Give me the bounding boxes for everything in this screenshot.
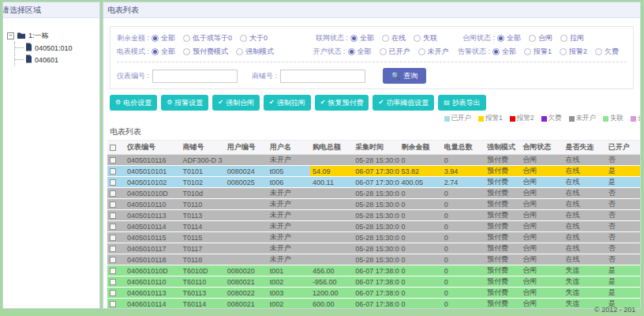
radio-option[interactable]: 全部	[152, 47, 175, 57]
column-header: 仪表编号	[125, 141, 180, 155]
cell: 合闸	[520, 243, 563, 254]
cell: 0	[399, 199, 442, 210]
radio-option[interactable]: 已开户	[380, 47, 410, 57]
radio-icon[interactable]	[595, 48, 602, 55]
radio-icon[interactable]	[560, 35, 567, 42]
radio-option-label: 失联	[423, 33, 437, 43]
radio-option[interactable]: 欠费	[595, 47, 619, 57]
export-readings-button[interactable]: ▤抄表导出	[438, 95, 486, 111]
radio-option[interactable]: 全部	[492, 47, 516, 57]
radio-option[interactable]: 报警1	[524, 47, 552, 57]
row-checkbox[interactable]	[110, 257, 116, 263]
cell: 0	[399, 299, 442, 310]
legend-color-swatch	[603, 116, 608, 122]
radio-option[interactable]: 未开户	[418, 47, 449, 57]
radio-option[interactable]: 报警2	[560, 47, 587, 57]
row-checkbox[interactable]	[110, 168, 116, 175]
radio-option[interactable]: 全部	[497, 33, 521, 43]
tree-children: 040501:010 040601	[14, 42, 98, 66]
radio-icon[interactable]	[183, 48, 190, 55]
cell: T6010D	[180, 265, 224, 276]
radio-option[interactable]: 失联	[414, 33, 437, 43]
row-checkbox[interactable]	[110, 190, 116, 197]
force-close-button[interactable]: ✔强制合闸	[212, 95, 260, 111]
radio-option[interactable]: 在线	[382, 33, 406, 43]
radio-icon[interactable]	[560, 48, 567, 55]
cell: 在线	[563, 166, 605, 177]
cell: T0110	[180, 199, 224, 210]
row-checkbox[interactable]	[110, 179, 116, 186]
restore-prepay-button[interactable]: ✔恢复预付费	[315, 95, 369, 111]
select-all-checkbox[interactable]	[110, 145, 116, 151]
radio-icon[interactable]	[414, 35, 421, 42]
force-open-button[interactable]: ✔强制拉闸	[264, 95, 311, 111]
cell: 在线	[563, 199, 605, 210]
radio-option-label: 合闸	[538, 33, 552, 43]
filter-group: 剩余金额 :全部低于或等于0大于0	[117, 33, 316, 43]
radio-icon[interactable]	[183, 35, 190, 42]
cell: 05-28 15:30:00	[353, 155, 399, 166]
row-checkbox[interactable]	[110, 279, 116, 285]
cell: 040501010D	[125, 188, 180, 199]
row-checkbox[interactable]	[110, 235, 116, 241]
cell: 0	[399, 232, 442, 243]
radio-option[interactable]: 强制模式	[236, 47, 274, 57]
legend-label: 欠费	[549, 114, 562, 123]
table-row: 0405010116ADF300-D 3未开户05-28 15:30:0000预…	[107, 155, 641, 166]
tree-leaf-label[interactable]: 040601	[35, 56, 58, 64]
cell: 合闸	[520, 177, 563, 188]
cell: t002	[268, 299, 310, 310]
radio-option[interactable]: 全部	[348, 47, 372, 57]
radio-option[interactable]: 预付费模式	[183, 47, 228, 57]
row-checkbox[interactable]	[110, 213, 116, 219]
cell: 在线	[563, 254, 605, 265]
tree-collapse-icon[interactable]: −	[7, 32, 14, 40]
price-setting-button[interactable]: ⚙电价设置	[110, 95, 157, 111]
tree-leaf-label[interactable]: 040501:010	[35, 44, 73, 52]
radio-selected-icon[interactable]	[152, 48, 159, 55]
cell: 0	[442, 210, 485, 221]
radio-option[interactable]: 大于0	[240, 33, 268, 43]
radio-selected-icon[interactable]	[350, 35, 358, 42]
search-icon: 🔍	[391, 72, 400, 80]
query-button[interactable]: 🔍查询	[383, 68, 426, 84]
radio-selected-icon[interactable]	[492, 48, 500, 55]
cell: 0	[399, 188, 442, 199]
radio-option[interactable]: 合闸	[529, 33, 552, 43]
row-checkbox[interactable]	[110, 268, 116, 274]
cell: 是	[606, 177, 641, 188]
radio-option[interactable]: 低于或等于0	[183, 33, 232, 43]
cell: 05-28 15:30:00	[353, 243, 399, 254]
tree-root-label[interactable]: 1:一栋	[28, 31, 49, 41]
row-checkbox[interactable]	[110, 201, 116, 208]
tree-leaf-node[interactable]: 040601	[25, 54, 98, 66]
radio-icon[interactable]	[529, 35, 536, 42]
meter-no-input[interactable]	[152, 70, 238, 83]
power-threshold-button[interactable]: ✔功率阈值设置	[373, 95, 434, 111]
row-checkbox[interactable]	[110, 224, 116, 230]
radio-icon[interactable]	[418, 48, 425, 55]
radio-selected-icon[interactable]	[497, 35, 504, 42]
radio-selected-icon[interactable]	[152, 35, 159, 42]
row-checkbox[interactable]	[110, 290, 116, 296]
radio-option[interactable]: 拉闸	[560, 33, 584, 43]
radio-icon[interactable]	[240, 35, 247, 42]
cell: 0406010110	[125, 276, 180, 288]
row-checkbox[interactable]	[110, 157, 116, 164]
file-icon	[25, 43, 32, 53]
radio-icon[interactable]	[382, 35, 389, 42]
radio-selected-icon[interactable]	[348, 48, 355, 55]
radio-option[interactable]: 全部	[350, 33, 374, 43]
radio-icon[interactable]	[524, 48, 531, 55]
tree-root-node[interactable]: − 1:一栋	[7, 30, 98, 42]
row-checkbox[interactable]	[110, 301, 116, 307]
radio-icon[interactable]	[236, 48, 243, 55]
shop-no-input[interactable]	[280, 70, 365, 83]
radio-option[interactable]: 全部	[152, 33, 175, 43]
tree-leaf-node[interactable]: 040501:010	[25, 42, 98, 54]
radio-icon[interactable]	[380, 48, 387, 55]
legend-item: 欠费	[541, 114, 562, 123]
alarm-setting-button[interactable]: ⚙报警设置	[161, 95, 208, 111]
row-checkbox[interactable]	[110, 246, 116, 252]
action-button-label: 报警设置	[174, 98, 203, 108]
